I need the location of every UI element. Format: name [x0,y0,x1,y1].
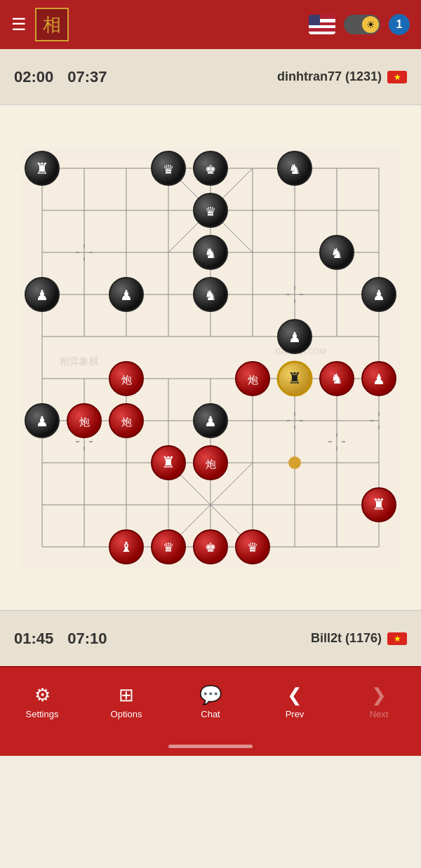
prev-label: Prev [286,709,305,719]
app-logo[interactable]: 相 [35,8,69,41]
board-svg: 相弈象棋 XIANGQI.COM ♜ ♛ ♚ ♞ ♛ ♞ ♞ [21,147,400,568]
top-player-name: dinhtran77 (1231) [277,69,382,84]
options-label: Options [111,709,142,719]
svg-text:♟: ♟ [120,287,133,303]
menu-icon[interactable]: ☰ [11,15,27,34]
flag-us-icon[interactable] [309,15,335,34]
chat-icon: 💬 [199,684,222,706]
notification-badge[interactable]: 1 [389,14,410,35]
svg-text:♟: ♟ [204,414,217,429]
svg-text:♛: ♛ [163,541,174,555]
chat-label: Chat [201,709,220,719]
bottom-player-info: Bill2t (1176) [311,631,407,646]
bottom-player-bar: 01:45 07:10 Bill2t (1176) [0,610,421,666]
settings-button[interactable]: ⚙ Settings [7,684,77,719]
svg-text:炮: 炮 [121,374,132,386]
svg-text:♞: ♞ [204,245,217,261]
svg-text:♟: ♟ [373,372,385,387]
theme-toggle[interactable]: ☀ [344,15,380,34]
bottom-bar [0,736,421,756]
top-player-bar: 02:00 07:37 dinhtran77 (1231) [0,49,421,105]
svg-text:♞: ♞ [288,161,301,177]
svg-text:♜: ♜ [372,496,386,513]
bottom-time2: 07:10 [67,630,107,648]
top-player-flag [387,71,407,83]
svg-text:♟: ♟ [373,287,385,303]
svg-point-131 [288,456,301,469]
svg-text:♝: ♝ [120,539,133,555]
svg-text:♞: ♞ [204,287,217,303]
prev-button[interactable]: ❮ Prev [260,684,330,719]
svg-text:♞: ♞ [330,371,343,386]
next-label: Next [370,709,389,719]
svg-text:炮: 炮 [121,416,132,428]
options-icon: ⊞ [119,684,134,706]
top-time-pair: 02:00 07:37 [14,68,107,86]
chat-button[interactable]: 💬 Chat [175,684,246,719]
svg-text:相弈象棋: 相弈象棋 [60,356,99,367]
bottom-time-pair: 01:45 07:10 [14,630,107,648]
svg-text:♚: ♚ [205,541,216,555]
bottom-time1: 01:45 [14,630,53,648]
svg-text:♜: ♜ [288,369,302,387]
toolbar: ⚙ Settings ⊞ Options 💬 Chat ❮ Prev ❯ Nex… [0,666,421,736]
bottom-player-name: Bill2t (1176) [311,631,382,646]
board-container: 相弈象棋 XIANGQI.COM ♜ ♛ ♚ ♞ ♛ ♞ ♞ [0,105,421,610]
home-indicator [168,745,253,748]
game-board[interactable]: 相弈象棋 XIANGQI.COM ♜ ♛ ♚ ♞ ♛ ♞ ♞ [21,147,400,568]
svg-text:♟: ♟ [36,414,48,429]
top-time1: 02:00 [14,68,53,86]
svg-text:♜: ♜ [161,454,175,471]
top-time2: 07:37 [67,68,107,86]
svg-text:♜: ♜ [35,160,49,177]
svg-text:♛: ♛ [247,541,258,555]
svg-text:炮: 炮 [79,416,90,428]
top-player-info: dinhtran77 (1231) [277,69,407,84]
next-icon: ❯ [371,684,387,706]
toggle-knob: ☀ [362,16,379,33]
svg-text:炮: 炮 [206,458,216,470]
prev-icon: ❮ [287,684,302,706]
next-button[interactable]: ❯ Next [344,684,414,719]
svg-text:♛: ♛ [163,163,174,177]
svg-text:♟: ♟ [288,330,301,345]
settings-label: Settings [26,709,59,719]
svg-text:炮: 炮 [248,374,258,386]
svg-text:♟: ♟ [36,287,48,303]
app-header: ☰ 相 ☀ 1 [0,0,421,49]
bottom-player-flag [387,632,407,645]
header-right: ☀ 1 [309,14,410,35]
svg-text:♛: ♛ [205,205,216,219]
settings-icon: ⚙ [34,684,51,706]
svg-text:♚: ♚ [205,163,216,177]
options-button[interactable]: ⊞ Options [91,684,161,719]
svg-text:♞: ♞ [330,245,343,261]
